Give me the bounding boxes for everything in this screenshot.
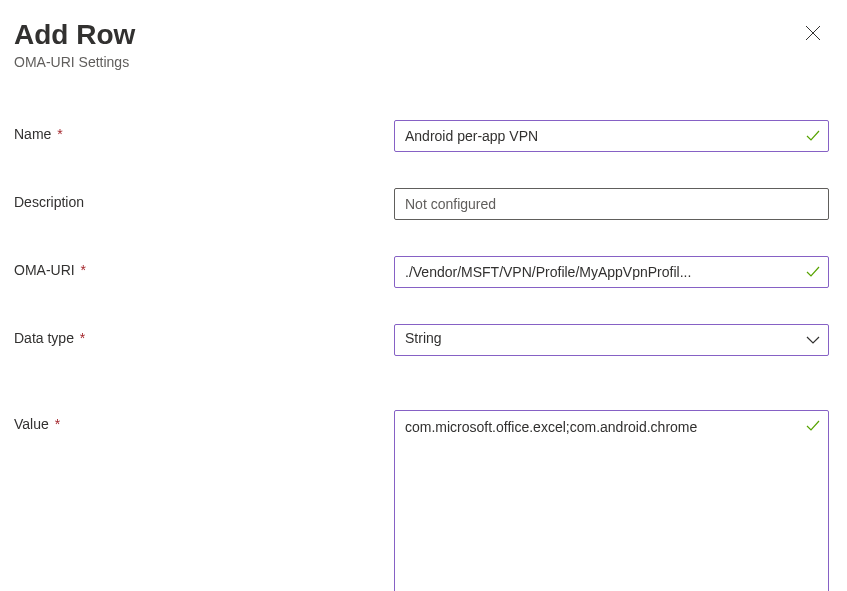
name-label: Name *: [14, 120, 394, 142]
required-marker: *: [57, 126, 62, 142]
value-textarea[interactable]: [394, 410, 829, 591]
description-label: Description: [14, 188, 394, 210]
value-label: Value *: [14, 410, 394, 432]
description-input[interactable]: [394, 188, 829, 220]
data-type-label: Data type *: [14, 324, 394, 346]
close-button[interactable]: [801, 22, 825, 46]
required-marker: *: [55, 416, 60, 432]
data-type-label-text: Data type: [14, 330, 74, 346]
required-marker: *: [80, 330, 85, 346]
oma-uri-label: OMA-URI *: [14, 256, 394, 278]
required-marker: *: [81, 262, 86, 278]
oma-uri-label-text: OMA-URI: [14, 262, 75, 278]
dialog-title: Add Row: [14, 18, 829, 52]
name-label-text: Name: [14, 126, 51, 142]
description-label-text: Description: [14, 194, 84, 210]
data-type-select[interactable]: String: [394, 324, 829, 356]
close-icon: [805, 25, 821, 44]
oma-uri-input[interactable]: [394, 256, 829, 288]
name-input[interactable]: [394, 120, 829, 152]
value-label-text: Value: [14, 416, 49, 432]
dialog-subtitle: OMA-URI Settings: [14, 54, 829, 70]
